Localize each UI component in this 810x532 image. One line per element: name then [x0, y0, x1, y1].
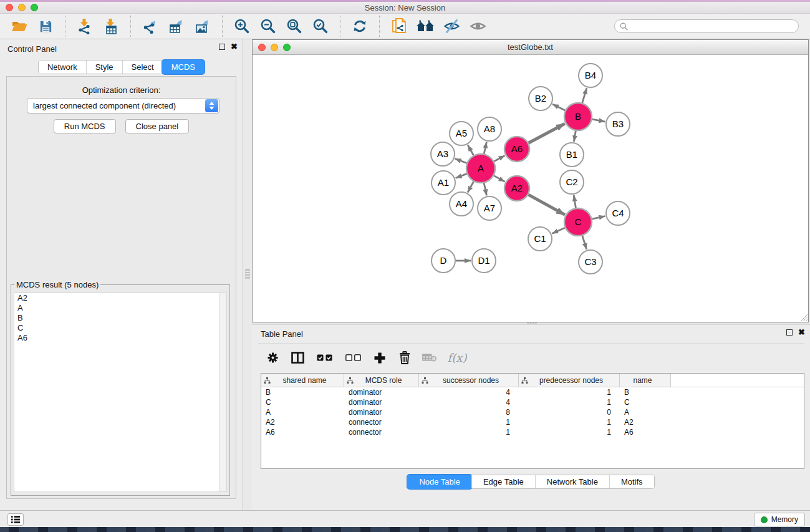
graph-edge-B-B3[interactable]	[592, 119, 605, 122]
graph-edge-C-C3[interactable]	[582, 236, 587, 249]
column-header-MCDS-role[interactable]: MCDS role	[344, 374, 419, 387]
deselect-all-button[interactable]	[343, 350, 363, 366]
table-cell[interactable]: B	[620, 387, 671, 397]
task-history-button[interactable]	[7, 513, 24, 526]
zoom-in-button[interactable]	[233, 17, 251, 36]
graph-edge-B-B4[interactable]	[582, 88, 587, 103]
table-row[interactable]: Bdominator41B	[261, 387, 804, 397]
close-table-panel-icon[interactable]: ✖	[798, 329, 805, 336]
table-cell[interactable]: 1	[519, 427, 620, 437]
vertical-split-grip[interactable]	[245, 269, 250, 279]
column-header-predecessor-nodes[interactable]: predecessor nodes	[519, 374, 620, 387]
zoom-fit-button[interactable]	[285, 17, 304, 36]
table-cell[interactable]: 1	[419, 427, 519, 437]
graph-edge-A-A7[interactable]	[484, 183, 486, 195]
zoom-out-button[interactable]	[259, 17, 277, 36]
table-row[interactable]: Adominator80A	[261, 407, 804, 417]
graph-edge-B-B1[interactable]	[574, 131, 576, 142]
table-settings-button[interactable]	[264, 350, 281, 366]
float-panel-icon[interactable]	[219, 44, 225, 50]
toggle-bird-view-button[interactable]	[468, 17, 487, 36]
zoom-selected-button[interactable]	[311, 17, 330, 36]
tab-network-table[interactable]: Network Table	[535, 475, 609, 488]
search-input[interactable]	[631, 22, 793, 31]
graph-edge-A-A3[interactable]	[455, 158, 467, 163]
tab-style[interactable]: Style	[86, 60, 122, 74]
new-network-from-selection-button[interactable]	[390, 17, 408, 36]
table-cell[interactable]: C	[261, 397, 344, 407]
table-cell[interactable]: A6	[261, 427, 344, 437]
table-cell[interactable]: connector	[344, 427, 419, 437]
run-mcds-button[interactable]: Run MCDS	[54, 119, 116, 133]
close-panel-icon[interactable]: ✖	[231, 44, 238, 50]
table-cell[interactable]: B	[261, 387, 344, 397]
column-header-shared-name[interactable]: shared name	[261, 374, 344, 387]
table-cell[interactable]: 4	[419, 387, 519, 397]
mcds-result-item[interactable]: C	[14, 323, 226, 333]
close-panel-button[interactable]: Close panel	[125, 119, 190, 133]
graph-edge-C-C2[interactable]	[574, 195, 576, 208]
tab-mcds[interactable]: MCDS	[162, 60, 205, 74]
create-column-button[interactable]	[372, 350, 388, 366]
mcds-result-item[interactable]: A	[14, 303, 226, 313]
graph-edge-A-A1[interactable]	[456, 174, 467, 178]
mcds-result-item[interactable]: A2	[14, 293, 226, 303]
float-table-panel-icon[interactable]	[786, 329, 793, 336]
tab-select[interactable]: Select	[122, 60, 163, 74]
network-canvas[interactable]: B4B2BB3A8A5A6B1A3AA1C2A2A4A7C4CC1C3DD1	[253, 56, 808, 322]
criterion-dropdown[interactable]: largest connected component (directed)	[27, 98, 219, 114]
column-layout-button[interactable]	[289, 350, 306, 366]
graph-edge-A-A4[interactable]	[468, 181, 474, 193]
import-table-button[interactable]	[102, 17, 120, 36]
graph-edge-B-B2[interactable]	[552, 104, 565, 110]
tab-edge-table[interactable]: Edge Table	[471, 475, 535, 488]
table-cell[interactable]: 8	[419, 407, 519, 417]
graph-edge-A-A5[interactable]	[468, 145, 473, 155]
table-cell[interactable]: dominator	[344, 397, 419, 407]
graph-edge-C-C1[interactable]	[552, 228, 565, 233]
home-button[interactable]	[416, 17, 435, 36]
graph-edge-C-C4[interactable]	[592, 216, 605, 220]
table-cell[interactable]: A	[620, 407, 671, 417]
table-row[interactable]: Cdominator41C	[261, 397, 804, 407]
export-network-button[interactable]	[141, 17, 160, 36]
graph-edge-A-A8[interactable]	[484, 142, 486, 154]
table-cell[interactable]: 1	[419, 417, 519, 427]
tab-motifs[interactable]: Motifs	[609, 475, 654, 488]
toggle-graphics-details-button[interactable]	[442, 17, 461, 36]
column-header-successor-nodes[interactable]: successor nodes	[419, 374, 519, 387]
open-session-button[interactable]	[10, 17, 29, 36]
table-cell[interactable]: 1	[519, 417, 620, 427]
tab-network[interactable]: Network	[39, 60, 86, 74]
table-cell[interactable]: C	[620, 397, 671, 407]
table-cell[interactable]: dominator	[344, 407, 419, 417]
table-row[interactable]: A2connector11A2	[261, 417, 804, 427]
select-all-button[interactable]	[314, 350, 334, 366]
graph-edge-A2-C[interactable]	[528, 195, 565, 215]
memory-button[interactable]: Memory	[754, 513, 805, 526]
graph-edge-A6-B[interactable]	[529, 123, 565, 143]
import-network-button[interactable]	[75, 17, 94, 36]
table-cell[interactable]: 1	[519, 397, 620, 407]
table-cell[interactable]: 4	[419, 397, 519, 407]
mcds-result-list[interactable]: A2ABCA6	[14, 293, 227, 492]
table-cell[interactable]: A6	[620, 427, 671, 437]
delete-column-button[interactable]	[397, 350, 413, 366]
table-row[interactable]: A6connector11A6	[261, 427, 804, 437]
export-table-button[interactable]	[167, 17, 186, 36]
graph-edge-A-A6[interactable]	[494, 155, 504, 161]
save-session-button[interactable]	[36, 17, 55, 36]
mcds-result-item[interactable]: A6	[14, 333, 226, 343]
window-resize-grip[interactable]	[799, 312, 808, 321]
table-cell[interactable]: 0	[519, 407, 620, 417]
table-cell[interactable]: 1	[519, 387, 620, 397]
refresh-view-button[interactable]	[350, 17, 369, 36]
table-cell[interactable]: dominator	[344, 387, 419, 397]
table-cell[interactable]: connector	[344, 417, 419, 427]
column-header-name[interactable]: name	[620, 374, 671, 387]
table-cell[interactable]: A2	[261, 417, 344, 427]
table-cell[interactable]: A2	[620, 417, 671, 427]
export-image-button[interactable]	[193, 17, 212, 36]
graph-edge-A-A2[interactable]	[494, 176, 505, 182]
tab-node-table[interactable]: Node Table	[407, 475, 472, 489]
